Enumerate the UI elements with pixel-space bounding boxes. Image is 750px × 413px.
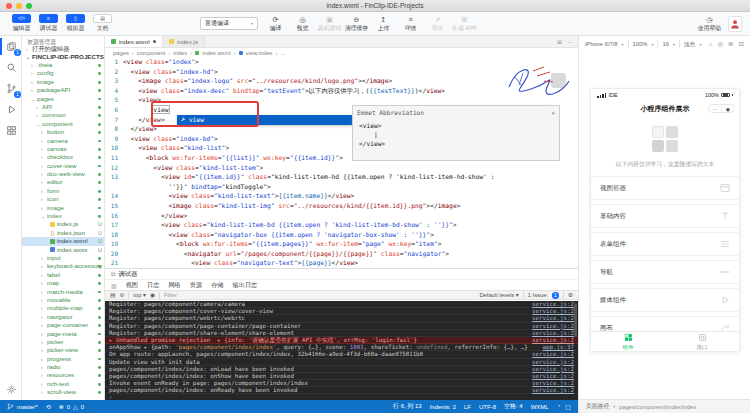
phone-tab-组件[interactable]: 组件: [591, 332, 665, 351]
feedback-icon[interactable]: ◔: [557, 403, 561, 410]
console-log-row[interactable]: pages/component/index/index: onLoad have…: [105, 366, 578, 373]
tree-item-picker[interactable]: ›picker: [22, 338, 104, 346]
compile-mode-select[interactable]: 普通编译 ▾: [200, 17, 258, 30]
tree-item-component[interactable]: ⌄component: [22, 120, 104, 128]
zoom-select[interactable]: 100%: [633, 41, 648, 47]
exit-icon[interactable]: ◉: [722, 105, 734, 112]
tree-item-index.js[interactable]: index.jsU: [22, 220, 104, 228]
debugger-tab-存储[interactable]: 存储: [211, 281, 223, 290]
console-scrollbar[interactable]: [574, 303, 577, 337]
autocomplete-suggestion[interactable]: view: [177, 115, 352, 125]
console-log-row[interactable]: On app route: appLaunch, pages/component…: [105, 351, 578, 358]
tree-item-button[interactable]: ›button: [22, 128, 104, 136]
tree-item-image[interactable]: ›image: [22, 78, 104, 86]
encoding-setting[interactable]: UTF-8: [479, 404, 496, 410]
tree-item-page-container[interactable]: ›page-container: [22, 321, 104, 329]
breadcrumb-item-pages[interactable]: pages: [113, 50, 129, 56]
category-item-视图容器[interactable]: 视图容器: [591, 176, 739, 200]
debugger-header[interactable]: ⧉ 调试器: [105, 269, 578, 280]
files-icon[interactable]: 1: [0, 36, 22, 57]
source-control-icon[interactable]: 1: [0, 78, 22, 99]
tree-item-rich-text[interactable]: ›rich-text: [22, 380, 104, 388]
tab-actions[interactable]: ⊞⋯: [557, 36, 578, 47]
category-item-导航[interactable]: 导航: [591, 260, 739, 284]
toolbar-button-模拟器[interactable]: ▯模拟器: [62, 14, 89, 33]
tree-item-canvas[interactable]: ›canvas: [22, 145, 104, 153]
action-button-预览[interactable]: ◎预览: [289, 15, 316, 33]
category-item-表单组件[interactable]: 表单组件: [591, 232, 739, 256]
spaces-setting[interactable]: 空格: 4: [504, 402, 523, 411]
tree-item-doc-web-view[interactable]: ›doc-web-view: [22, 170, 104, 178]
console-settings-gear-icon[interactable]: ⚙: [568, 292, 573, 298]
console-filter-input[interactable]: Filter: [164, 292, 475, 298]
log-source-link[interactable]: service.js:2: [524, 359, 574, 365]
cursor-position[interactable]: 行 6, 列 13: [393, 402, 422, 411]
category-item-媒体组件[interactable]: 媒体组件: [591, 288, 739, 312]
extensions-icon[interactable]: [0, 120, 22, 141]
tree-item-index.wxml[interactable]: index.wxmlU: [22, 237, 104, 245]
action-button-清理缓存[interactable]: ⊖清理缓存: [343, 15, 370, 33]
project-root[interactable]: ⌄FINCLIP-IDE-PROJECTS: [22, 53, 104, 61]
home-icon[interactable]: ⌂: [708, 40, 712, 48]
tree-item-index[interactable]: ⌄index: [22, 212, 104, 220]
breadcrumb-item-index.wxml[interactable]: index.wxml: [202, 50, 231, 56]
tree-item-keyboard-accessory[interactable]: ›keyboard-accessory: [22, 262, 104, 270]
log-source-link[interactable]: service.js:2: [524, 323, 574, 329]
eol-setting[interactable]: LF: [464, 404, 471, 410]
code-line[interactable]: 18 <view class="navigator-box {{item.ope…: [105, 230, 578, 240]
location-icon[interactable]: ◎: [717, 40, 723, 48]
git-branch-item[interactable]: master*: [7, 403, 38, 410]
log-source-link[interactable]: service.js:2: [524, 330, 574, 336]
mini-program-capsule[interactable]: ⋯ ◉: [708, 104, 735, 113]
code-line[interactable]: 12 <view class="kind-list-item">: [105, 163, 578, 173]
editor-tab-index.wxml[interactable]: index.wxml: [105, 36, 163, 47]
code-line[interactable]: 20 <navigator url="/pages/component/{{pa…: [105, 249, 578, 259]
layout-icon[interactable]: ▢: [565, 403, 571, 410]
console-log-row[interactable]: pages/component/index/index: onReady hav…: [105, 387, 578, 394]
tree-item-input[interactable]: ›input: [22, 254, 104, 262]
log-source-link[interactable]: service.js:2: [524, 366, 574, 372]
open-editors-section[interactable]: ›打开的编辑器: [22, 45, 104, 53]
panel-toggle-icon[interactable]: ▥: [111, 282, 117, 289]
console-log-row[interactable]: pages/component/index/index: onShow have…: [105, 373, 578, 380]
tree-item-resources[interactable]: ›resources: [22, 371, 104, 379]
sync-icon[interactable]: ⟲: [46, 403, 51, 410]
debugger-tab-输出日志[interactable]: 输出日志: [233, 281, 258, 290]
log-source-link[interactable]: service.js:2: [524, 337, 574, 343]
debugger-tab-资源[interactable]: 资源: [190, 281, 202, 290]
issues-count-badge[interactable]: 1: [552, 292, 559, 299]
tree-item-API[interactable]: ›API: [22, 103, 104, 111]
tree-item-label[interactable]: ›label: [22, 271, 104, 279]
issues-label[interactable]: 1 Issue:: [528, 292, 548, 298]
language-mode[interactable]: WXML: [531, 404, 549, 410]
tree-item-editor[interactable]: ›editor: [22, 178, 104, 186]
tree-item-page-meta[interactable]: ›page-meta: [22, 330, 104, 338]
tree-item-picker-view[interactable]: ›picker-view: [22, 346, 104, 354]
console-panel-icon[interactable]: ▤: [110, 292, 115, 298]
toolbar-button-文档[interactable]: ▤文档: [89, 14, 116, 33]
tree-item-camera[interactable]: ›camera: [22, 137, 104, 145]
code-line[interactable]: 5 <view>: [105, 95, 578, 105]
breadcrumb-item-view.index[interactable]: view.index: [246, 50, 273, 56]
console-output[interactable]: Register: pages/component/camera/cameras…: [105, 301, 578, 400]
notification-icon[interactable]: ⊚: [728, 40, 733, 48]
debugger-tab-网络[interactable]: 网络: [168, 281, 180, 290]
tree-item-.theia[interactable]: ›.theia: [22, 61, 104, 69]
tree-item-image[interactable]: ›image: [22, 204, 104, 212]
tree-item-radio[interactable]: ›radio: [22, 363, 104, 371]
user-avatar[interactable]: [728, 16, 742, 32]
code-line[interactable]: 17 <view class="kind-list-item-bd {{item…: [105, 220, 578, 230]
tree-item-map[interactable]: ›map: [22, 279, 104, 287]
code-line[interactable]: 14 <view class="kind-list-text">{{item.n…: [105, 191, 578, 201]
log-levels-select[interactable]: Default levels ▾: [479, 292, 518, 298]
tree-item-movable[interactable]: ›movable: [22, 296, 104, 304]
tree-item-match-media[interactable]: ›match-media: [22, 288, 104, 296]
console-log-row[interactable]: onAppShow ▸ {path: 'pages/component/inde…: [105, 344, 578, 351]
close-icon[interactable]: ×: [551, 109, 555, 116]
tree-item-icon[interactable]: ›icon: [22, 195, 104, 203]
log-source-link[interactable]: service.js:2: [524, 387, 574, 393]
tree-item-index.json[interactable]: {}index.jsonU: [22, 229, 104, 237]
log-source-link[interactable]: app.js:37: [535, 344, 574, 350]
log-source-link[interactable]: service.js:2: [524, 351, 574, 357]
console-log-row[interactable]: Update view with init dataservice.js:2: [105, 359, 578, 366]
